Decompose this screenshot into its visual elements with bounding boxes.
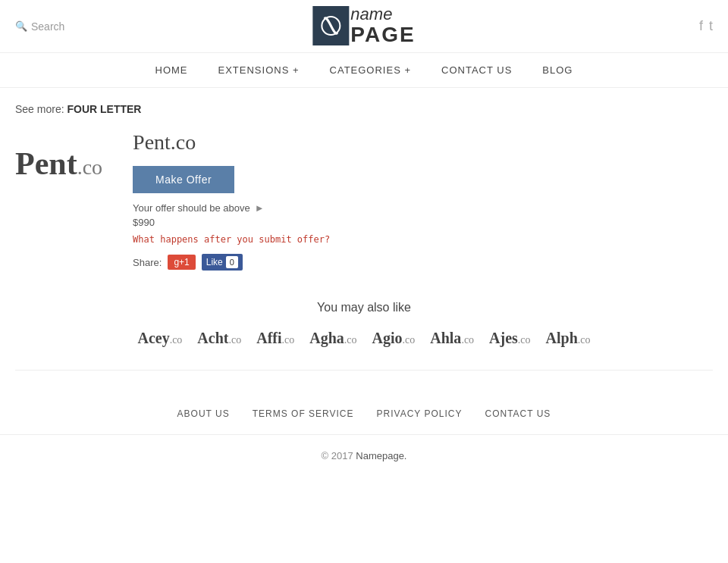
nav-blog[interactable]: BLOG bbox=[542, 64, 573, 76]
list-item[interactable]: Affi.co bbox=[256, 330, 294, 347]
domain-tld: .co bbox=[170, 334, 183, 346]
domain-tld: .co bbox=[518, 334, 531, 346]
domain-tld: .co bbox=[461, 334, 474, 346]
brand-link[interactable]: Namepage. bbox=[356, 450, 406, 461]
facebook-icon[interactable]: f bbox=[699, 18, 703, 34]
facebook-like-button[interactable]: Like 0 bbox=[202, 254, 243, 271]
list-item[interactable]: Ajes.co bbox=[489, 330, 530, 347]
list-item[interactable]: Ahla.co bbox=[430, 330, 474, 347]
breadcrumb-link[interactable]: FOUR LETTER bbox=[67, 103, 141, 115]
domain-info: Pent.co Make Offer Your offer should be … bbox=[133, 130, 713, 271]
logo-page: PAGE bbox=[350, 23, 415, 47]
domain-tld: .co bbox=[403, 334, 416, 346]
domain-tld: .co bbox=[344, 334, 357, 346]
footer-contact[interactable]: CONTACT US bbox=[485, 408, 551, 419]
list-item[interactable]: Agha.co bbox=[309, 330, 356, 347]
what-happens-link[interactable]: What happens after you submit offer? bbox=[133, 234, 713, 245]
search-label[interactable]: Search bbox=[31, 20, 64, 33]
social-icons: f t bbox=[699, 18, 713, 34]
search-icon: 🔍 bbox=[15, 20, 27, 32]
google-plus-button[interactable]: g+1 bbox=[168, 255, 195, 270]
share-label: Share: bbox=[133, 257, 162, 268]
nav-categories[interactable]: CATEGORIES + bbox=[330, 64, 411, 76]
footer-privacy[interactable]: PRIVACY POLICY bbox=[377, 408, 463, 419]
site-header: 🔍 Search name PAGE f t bbox=[0, 0, 728, 53]
logo-icon bbox=[312, 6, 349, 45]
nav-extensions[interactable]: EXTENSIONS + bbox=[218, 64, 300, 76]
footer-links: ABOUT US TERMS OF SERVICE PRIVACY POLICY… bbox=[0, 393, 728, 435]
domain-area: Pent.co Pent.co Make Offer Your offer sh… bbox=[15, 130, 713, 271]
list-item[interactable]: Acht.co bbox=[197, 330, 241, 347]
list-item[interactable]: Agio.co bbox=[372, 330, 416, 347]
nav-home[interactable]: HOME bbox=[155, 64, 188, 76]
footer-terms[interactable]: TERMS OF SERVICE bbox=[253, 408, 354, 419]
domain-list: Acey.co Acht.co Affi.co Agha.co Agio.co … bbox=[15, 330, 713, 347]
domain-tld: .co bbox=[228, 334, 241, 346]
domain-logo-large: Pent.co bbox=[15, 130, 102, 271]
domain-name-large: Pent bbox=[15, 146, 77, 181]
domain-tld: .co bbox=[578, 334, 591, 346]
breadcrumb: See more: FOUR LETTER bbox=[15, 103, 713, 115]
fb-like-label: Like bbox=[206, 257, 223, 267]
footer-copyright: © 2017 Namepage. bbox=[0, 435, 728, 477]
also-like-title: You may also like bbox=[15, 301, 713, 314]
list-item[interactable]: Alph.co bbox=[546, 330, 591, 347]
nav-contact[interactable]: CONTACT US bbox=[441, 64, 512, 76]
logo-text: name PAGE bbox=[350, 5, 415, 47]
search-area[interactable]: 🔍 Search bbox=[15, 20, 64, 33]
also-like-section: You may also like Acey.co Acht.co Affi.c… bbox=[15, 301, 713, 347]
logo[interactable]: name PAGE bbox=[312, 5, 415, 47]
list-item[interactable]: Acey.co bbox=[137, 330, 182, 347]
offer-info-text: Your offer should be above bbox=[133, 202, 250, 214]
share-area: Share: g+1 Like 0 bbox=[133, 254, 713, 271]
main-content: See more: FOUR LETTER Pent.co Pent.co Ma… bbox=[0, 88, 728, 393]
breadcrumb-prefix: See more: bbox=[15, 103, 64, 115]
domain-tld-large: .co bbox=[77, 155, 102, 179]
domain-logo-display: Pent.co bbox=[15, 145, 102, 182]
make-offer-button[interactable]: Make Offer bbox=[133, 166, 234, 193]
offer-info: Your offer should be above ► bbox=[133, 202, 713, 214]
offer-amount: $990 bbox=[133, 217, 713, 228]
domain-title: Pent.co bbox=[133, 130, 713, 155]
offer-arrow-icon: ► bbox=[255, 202, 265, 214]
site-footer: ABOUT US TERMS OF SERVICE PRIVACY POLICY… bbox=[0, 393, 728, 477]
twitter-icon[interactable]: t bbox=[709, 18, 713, 34]
logo-box: name PAGE bbox=[312, 5, 415, 47]
fb-count: 0 bbox=[226, 256, 238, 268]
main-nav: HOME EXTENSIONS + CATEGORIES + CONTACT U… bbox=[0, 53, 728, 88]
footer-about[interactable]: ABOUT US bbox=[177, 408, 230, 419]
logo-name: name bbox=[350, 5, 415, 23]
footer-divider bbox=[15, 370, 713, 371]
domain-tld: .co bbox=[282, 334, 295, 346]
copyright-year: © 2017 bbox=[322, 450, 353, 461]
